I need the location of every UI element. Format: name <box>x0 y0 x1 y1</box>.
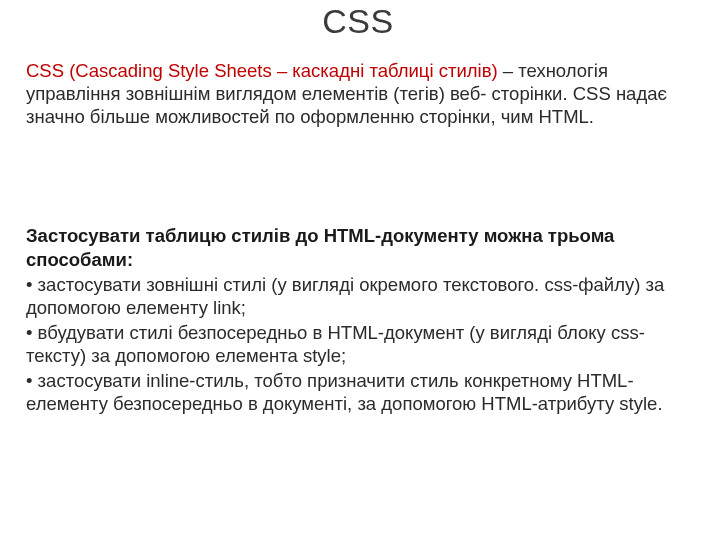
list-item: • застосувати inline-стиль, тобто призна… <box>26 369 690 415</box>
methods-list: • застосувати зовнішні стилі (у вигляді … <box>26 273 690 416</box>
intro-highlight: CSS (Cascading Style Sheets – каскадні т… <box>26 60 498 81</box>
intro-paragraph: CSS (Cascading Style Sheets – каскадні т… <box>26 59 690 128</box>
page-title: CSS <box>26 0 690 59</box>
spacer <box>26 128 690 224</box>
methods-lead: Застосувати таблицю стилів до HTML-докум… <box>26 224 690 270</box>
list-item: • вбудувати стилі безпосередньо в HTML-д… <box>26 321 690 367</box>
list-item: • застосувати зовнішні стилі (у вигляді … <box>26 273 690 319</box>
